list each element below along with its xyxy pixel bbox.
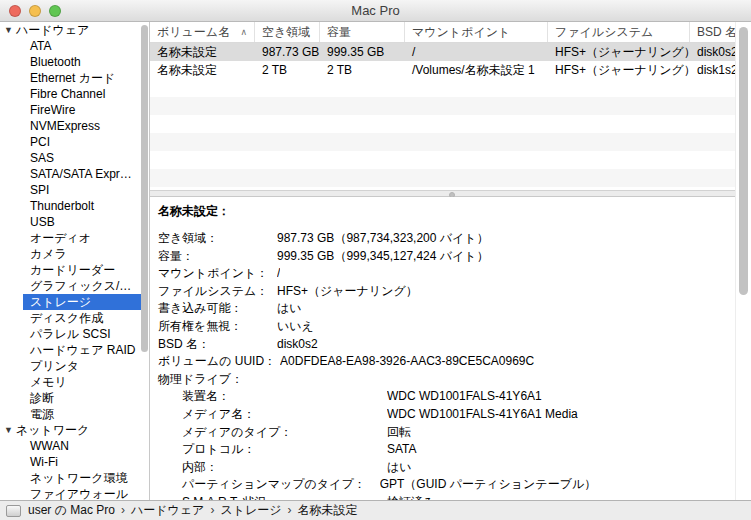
minimize-button[interactable] xyxy=(29,5,41,17)
sidebar-item[interactable]: PCI xyxy=(23,134,142,150)
detail-value: GPT（GUID パーティションテーブル） xyxy=(380,476,597,494)
detail-label: メディア名： xyxy=(182,406,387,424)
breadcrumb-item: ハードウェア xyxy=(131,503,204,517)
volume-row[interactable]: 名称未設定987.73 GB999.35 GB/HFS+（ジャーナリング）dis… xyxy=(150,43,751,61)
sidebar-item[interactable]: SAS xyxy=(23,150,142,166)
sidebar-list: ▼ハードウェアATABluetoothEthernet カードFibre Cha… xyxy=(0,22,149,500)
column-header[interactable]: 空き領域 xyxy=(255,22,320,42)
sidebar-item[interactable]: WWAN xyxy=(23,438,142,454)
detail-row: BSD 名：disk0s2 xyxy=(158,336,751,354)
detail-row: ボリュームの UUID：A0DFDEA8-EA98-3926-AAC3-89CE… xyxy=(158,353,751,371)
sidebar-section-label: ネットワーク xyxy=(16,423,89,437)
column-header[interactable]: 容量 xyxy=(320,22,405,42)
column-header[interactable]: ボリューム名∧ xyxy=(150,22,255,42)
sidebar-item[interactable]: USB xyxy=(23,214,142,230)
table-empty-row xyxy=(150,151,751,169)
breadcrumb-separator-icon: › xyxy=(121,503,125,517)
column-header[interactable]: マウントポイント xyxy=(405,22,548,42)
detail-row: プロトコル：SATA xyxy=(158,441,751,459)
window-title: Mac Pro xyxy=(0,0,751,21)
detail-label: マウントポイント： xyxy=(158,265,277,283)
detail-value: WDC WD1001FALS-41Y6A1 Media xyxy=(387,406,578,424)
cell-capacity: 999.35 GB xyxy=(320,43,405,61)
sidebar-item[interactable]: Ethernet カード xyxy=(23,70,142,86)
sidebar-item[interactable]: 診断 xyxy=(23,390,142,406)
breadcrumb-item: 名称未設定 xyxy=(298,503,358,517)
sidebar-item[interactable]: ファイアウォール xyxy=(23,486,142,500)
detail-row: マウントポイント：/ xyxy=(158,265,751,283)
disclosure-triangle-icon: ▼ xyxy=(4,25,13,35)
column-header-label: マウントポイント xyxy=(412,25,510,39)
cell-file-system: HFS+（ジャーナリング） xyxy=(548,61,690,79)
detail-label: ボリュームの UUID： xyxy=(158,353,280,371)
sidebar-item[interactable]: オーディオ xyxy=(23,230,142,246)
sidebar-section-header[interactable]: ▼ネットワーク xyxy=(0,422,149,438)
detail-value: disk0s2 xyxy=(277,336,318,354)
breadcrumb-item: user の Mac Pro xyxy=(28,503,115,517)
close-button[interactable] xyxy=(9,5,21,17)
volumes-table-header: ボリューム名∧空き領域容量マウントポイントファイルシステムBSD 名 xyxy=(150,22,751,43)
cell-mount-point: /Volumes/名称未設定 1 xyxy=(405,61,548,79)
sidebar-item[interactable]: ATA xyxy=(23,38,142,54)
detail-rows: 空き領域：987.73 GB（987,734,323,200 バイト）容量：99… xyxy=(158,230,751,500)
detail-value: HFS+（ジャーナリング） xyxy=(277,283,418,301)
sidebar-item[interactable]: パラレル SCSI xyxy=(23,326,142,342)
sidebar-item[interactable]: カメラ xyxy=(23,246,142,262)
table-empty-row xyxy=(150,97,751,115)
breadcrumb-bar: user の Mac Pro›ハードウェア›ストレージ›名称未設定 xyxy=(0,500,751,520)
sidebar-item[interactable]: FireWire xyxy=(23,102,142,118)
sidebar-item[interactable]: カードリーダー xyxy=(23,262,142,278)
hardware-sidebar: ▼ハードウェアATABluetoothEthernet カードFibre Cha… xyxy=(0,22,150,500)
table-empty-row xyxy=(150,79,751,97)
detail-row: 装置名：WDC WD1001FALS-41Y6A1 xyxy=(158,388,751,406)
cell-capacity: 2 TB xyxy=(320,61,405,79)
sidebar-item[interactable]: 電源 xyxy=(23,406,142,422)
detail-row: 所有権を無視：いいえ xyxy=(158,318,751,336)
sidebar-section-header[interactable]: ▼ハードウェア xyxy=(0,22,149,38)
detail-heading: 名称未設定： xyxy=(158,204,751,218)
detail-value: 987.73 GB（987,734,323,200 バイト） xyxy=(277,230,489,248)
column-header-label: BSD 名 xyxy=(697,25,737,39)
detail-label: 容量： xyxy=(158,248,277,266)
zoom-button[interactable] xyxy=(49,5,61,17)
table-empty-row xyxy=(150,169,751,187)
sidebar-item[interactable]: ディスク作成 xyxy=(23,310,142,326)
detail-row: 書き込み可能：はい xyxy=(158,300,751,318)
detail-value: いいえ xyxy=(277,318,314,336)
pane-splitter[interactable] xyxy=(150,190,751,197)
title-bar[interactable]: Mac Pro xyxy=(0,0,751,22)
sidebar-item[interactable]: Bluetooth xyxy=(23,54,142,70)
sidebar-item[interactable]: Wi-Fi xyxy=(23,454,142,470)
detail-value: SATA xyxy=(387,441,417,459)
sidebar-item[interactable]: Fibre Channel xyxy=(23,86,142,102)
sidebar-scrollbar-thumb[interactable] xyxy=(141,25,148,352)
cell-mount-point: / xyxy=(405,43,548,61)
sidebar-item[interactable]: メモリ xyxy=(23,374,142,390)
sidebar-item[interactable]: プリンタ xyxy=(23,358,142,374)
sidebar-item[interactable]: SATA/SATA Expr… xyxy=(23,166,142,182)
detail-scrollbar-thumb[interactable] xyxy=(739,27,748,295)
sidebar-item[interactable]: グラフィックス/… xyxy=(23,278,142,294)
sidebar-item[interactable]: ストレージ xyxy=(23,294,142,310)
detail-row: 空き領域：987.73 GB（987,734,323,200 バイト） xyxy=(158,230,751,248)
detail-row: 容量：999.35 GB（999,345,127,424 バイト） xyxy=(158,248,751,266)
sidebar-item[interactable]: SPI xyxy=(23,182,142,198)
sidebar-item[interactable]: Thunderbolt xyxy=(23,198,142,214)
breadcrumb: user の Mac Pro›ハードウェア›ストレージ›名称未設定 xyxy=(28,502,358,519)
sidebar-item[interactable]: NVMExpress xyxy=(23,118,142,134)
column-header[interactable]: ファイルシステム xyxy=(548,22,690,42)
detail-row: パーティションマップのタイプ：GPT（GUID パーティションテーブル） xyxy=(158,476,751,494)
detail-row: 物理ドライブ： xyxy=(158,371,751,389)
breadcrumb-separator-icon: › xyxy=(288,503,292,517)
detail-value: A0DFDEA8-EA98-3926-AAC3-89CE5CA0969C xyxy=(280,353,534,371)
detail-label: 空き領域： xyxy=(158,230,277,248)
sidebar-item[interactable]: ハードウェア RAID xyxy=(23,342,142,358)
sidebar-item[interactable]: ネットワーク環境 xyxy=(23,470,142,486)
detail-value: はい xyxy=(387,459,412,477)
table-empty-row xyxy=(150,115,751,133)
volume-row[interactable]: 名称未設定2 TB2 TB/Volumes/名称未設定 1HFS+（ジャーナリン… xyxy=(150,61,751,79)
detail-label: 内部： xyxy=(182,459,387,477)
column-header-label: ファイルシステム xyxy=(555,25,653,39)
column-header-label: 空き領域 xyxy=(262,25,310,39)
sidebar-section-label: ハードウェア xyxy=(16,23,89,37)
